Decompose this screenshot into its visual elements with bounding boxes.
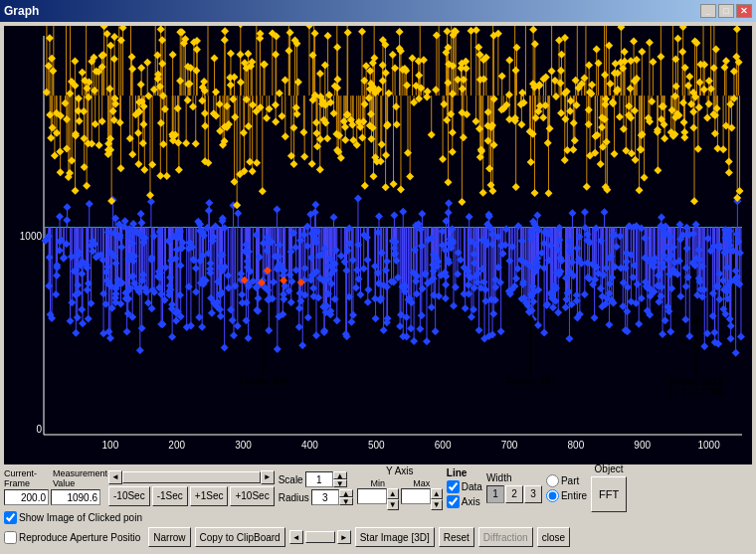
- diffraction-button[interactable]: Diffraction: [478, 527, 533, 547]
- scale-down-button[interactable]: ▼: [333, 479, 347, 487]
- show-image-text: Show Image of Clicked poin: [19, 512, 142, 523]
- object-label: Object: [595, 463, 624, 474]
- maximize-button[interactable]: □: [718, 4, 734, 18]
- title-bar: Graph _ □ ✕: [0, 0, 756, 22]
- scroll-left-button[interactable]: ◄: [108, 470, 122, 484]
- data-checkbox-label[interactable]: Data: [447, 480, 482, 493]
- data-checkbox[interactable]: [447, 480, 460, 493]
- data-checkbox-text: Data: [462, 481, 482, 492]
- minimize-button[interactable]: _: [700, 4, 716, 18]
- scale-input[interactable]: [305, 471, 333, 487]
- y-max-up[interactable]: ▲: [431, 488, 443, 499]
- entire-radio-label[interactable]: Entire: [546, 489, 587, 502]
- reproduce-checkbox[interactable]: [4, 531, 17, 544]
- minus10sec-button[interactable]: -10Sec: [108, 486, 150, 506]
- part-radio-text: Part: [561, 475, 579, 486]
- y-axis-label: Y Axis: [357, 465, 443, 476]
- radius-down-button[interactable]: ▼: [339, 497, 353, 505]
- y-min-label: Min: [371, 478, 386, 488]
- window-close-button[interactable]: ✕: [736, 4, 752, 18]
- measurement-label2: Value: [53, 479, 104, 489]
- plus10sec-button[interactable]: +10Sec: [230, 486, 274, 506]
- minus1sec-button[interactable]: -1Sec: [152, 486, 188, 506]
- part-radio-label[interactable]: Part: [546, 474, 587, 487]
- star-image-button[interactable]: Star Image [3D]: [355, 527, 435, 547]
- fft-button[interactable]: FFT: [591, 476, 627, 512]
- width-label: Width: [486, 472, 542, 483]
- graph-area: [4, 26, 752, 464]
- y-min-input[interactable]: [357, 488, 387, 504]
- scale-label: Scale: [279, 474, 303, 485]
- entire-radio-text: Entire: [561, 490, 587, 501]
- width-2-button[interactable]: 2: [505, 485, 523, 503]
- reproduce-checkbox-label[interactable]: Reproduce Aperture Positio: [4, 531, 140, 544]
- close-button[interactable]: close: [537, 527, 570, 547]
- scroll-right2-button[interactable]: ►: [337, 530, 351, 544]
- copy-clipboard-button[interactable]: Copy to ClipBoard: [195, 527, 285, 547]
- line-label: Line: [447, 467, 482, 478]
- control-panel: Current- Frame Measurement- Value ◄: [0, 466, 756, 554]
- axis-checkbox-text: Axis: [462, 496, 480, 507]
- graph-canvas[interactable]: [4, 26, 752, 464]
- current-frame-label2: Frame: [4, 479, 52, 489]
- window-title: Graph: [4, 4, 39, 18]
- plus1sec-button[interactable]: +1Sec: [190, 486, 229, 506]
- scroll-right-button[interactable]: ►: [261, 470, 275, 484]
- measurement-value-input[interactable]: [51, 489, 100, 505]
- reset-button[interactable]: Reset: [439, 527, 474, 547]
- y-max-input[interactable]: [401, 488, 431, 504]
- reproduce-text: Reproduce Aperture Positio: [19, 532, 140, 543]
- scroll-thumb2[interactable]: [305, 531, 335, 543]
- scroll-thumb[interactable]: [122, 471, 261, 483]
- show-image-checkbox[interactable]: [4, 511, 17, 524]
- scroll-left2-button[interactable]: ◄: [289, 530, 303, 544]
- radius-input[interactable]: [311, 489, 339, 505]
- show-image-checkbox-label[interactable]: Show Image of Clicked poin: [4, 511, 142, 524]
- part-radio[interactable]: [546, 474, 559, 487]
- width-3-button[interactable]: 3: [524, 485, 542, 503]
- entire-radio[interactable]: [546, 489, 559, 502]
- axis-checkbox[interactable]: [447, 495, 460, 508]
- width-1-button[interactable]: 1: [486, 485, 504, 503]
- narrow-button[interactable]: Narrow: [148, 527, 190, 547]
- frame-value-input[interactable]: [4, 489, 49, 505]
- y-min-up[interactable]: ▲: [387, 488, 399, 499]
- radius-label: Radius: [279, 492, 309, 503]
- y-max-label: Max: [413, 478, 430, 488]
- axis-checkbox-label[interactable]: Axis: [447, 495, 482, 508]
